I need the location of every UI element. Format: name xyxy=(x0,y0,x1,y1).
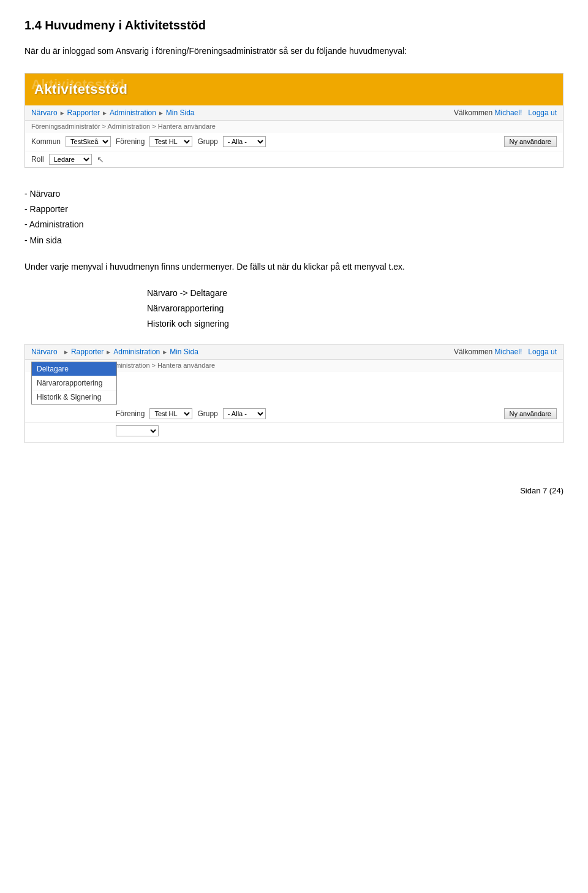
nav-breadcrumb-2: Närvaro Deltagare Närvarorapportering Hi… xyxy=(31,348,198,356)
nav2-item-minsida[interactable]: Min Sida xyxy=(170,348,198,356)
grupp-label: Grupp xyxy=(197,137,217,146)
nav-bar-2: Närvaro Deltagare Närvarorapportering Hi… xyxy=(25,344,563,360)
cursor-indicator: ↖ xyxy=(97,154,104,164)
submenu-item-3: Historik och signering xyxy=(147,316,564,332)
submenu-item-1: Närvaro -> Deltagare xyxy=(147,286,564,301)
footer-text: Sidan 7 (24) xyxy=(520,486,564,495)
grupp-label-2: Grupp xyxy=(197,409,217,418)
nav-item-narvaro[interactable]: Närvaro xyxy=(31,108,58,117)
role-select[interactable]: Ledare xyxy=(49,154,92,165)
menu-item-narvaro: - Närvaro xyxy=(24,186,564,202)
sub-breadcrumb-1: Föreningsadministratör > Administration … xyxy=(25,121,563,132)
filter-row-right-2: Ny användare xyxy=(504,408,557,419)
app-header-ghost: Aktivitetsstöd xyxy=(31,77,124,93)
screenshot-2: Närvaro Deltagare Närvarorapportering Hi… xyxy=(24,344,564,443)
role-label: Roll xyxy=(31,155,44,164)
welcome-text: Välkommen xyxy=(454,108,492,117)
logout-link[interactable]: Logga ut xyxy=(528,108,557,117)
nav-item-minsida[interactable]: Min Sida xyxy=(166,108,195,117)
nav-bar-1: Närvaro ► Rapporter ► Administration ► M… xyxy=(25,105,563,121)
nav2-item-narvaro[interactable]: Närvaro xyxy=(31,348,58,356)
kommun-select[interactable]: TestSkeå xyxy=(66,136,111,147)
nav-welcome-2: Välkommen Michael! Logga ut xyxy=(454,348,557,356)
nav-breadcrumb-1: Närvaro ► Rapporter ► Administration ► M… xyxy=(31,108,195,117)
nav2-arrow-1: ► xyxy=(63,349,69,355)
nav-item-rapporter[interactable]: Rapporter xyxy=(67,108,100,117)
menu-item-rapporter: - Rapporter xyxy=(24,202,564,217)
forening-label: Förening xyxy=(116,137,145,146)
new-user-button-1[interactable]: Ny användare xyxy=(504,136,557,147)
narvaro-dropdown: Deltagare Närvarorapportering Historik &… xyxy=(31,362,117,405)
page-title: 1.4 Huvudmeny i Aktivitetsstöd xyxy=(24,18,564,32)
nav2-item-rapporter[interactable]: Rapporter xyxy=(71,348,104,356)
page-footer: Sidan 7 (24) xyxy=(0,480,588,507)
role-row-1: Roll Ledare ↖ xyxy=(25,151,563,167)
nav2-arrow-3: ► xyxy=(162,349,168,355)
welcome-text-2: Välkommen xyxy=(454,348,492,356)
dd-item-narvarorapportering[interactable]: Närvarorapportering xyxy=(32,376,116,390)
screenshot-1: Aktivitetsstöd Aktivitetsstöd Närvaro ► … xyxy=(24,73,564,168)
nav-arrow-1: ► xyxy=(59,110,66,116)
role-row-2 xyxy=(25,423,563,443)
nav-arrow-3: ► xyxy=(158,110,164,116)
nav2-arrow-2: ► xyxy=(105,349,111,355)
filter-row-1: Kommun TestSkeå Förening Test HL Grupp -… xyxy=(25,132,563,151)
welcome-user[interactable]: Michael! xyxy=(495,108,522,117)
kommun-label: Kommun xyxy=(31,137,61,146)
menu-list: - Närvaro - Rapporter - Administration -… xyxy=(24,186,564,248)
grupp-select[interactable]: - Alla - xyxy=(223,136,266,147)
dd-item-historik[interactable]: Historik & Signering xyxy=(32,390,116,404)
forening-select-2[interactable]: Test HL xyxy=(149,408,192,419)
submenu-item-2: Närvarorapportering xyxy=(147,301,564,316)
role-select-2[interactable] xyxy=(116,425,159,436)
welcome-user-2[interactable]: Michael! xyxy=(495,348,522,356)
forening-label-2: Förening xyxy=(116,409,145,418)
nav-arrow-2: ► xyxy=(102,110,108,116)
menu-item-administration: - Administration xyxy=(24,217,564,232)
app-header: Aktivitetsstöd Aktivitetsstöd xyxy=(25,74,563,105)
nav-item-administration[interactable]: Administration xyxy=(110,108,156,117)
dd-item-deltagare[interactable]: Deltagare xyxy=(32,362,116,376)
menu-item-minsida: - Min sida xyxy=(24,233,564,248)
intro-text: När du är inloggad som Ansvarig i föreni… xyxy=(24,45,564,58)
forening-select[interactable]: Test HL xyxy=(149,136,192,147)
logout-link-2[interactable]: Logga ut xyxy=(528,348,557,356)
nav-welcome-1: Välkommen Michael! Logga ut xyxy=(454,108,557,117)
nav2-item-administration[interactable]: Administration xyxy=(113,348,160,356)
new-user-button-2[interactable]: Ny användare xyxy=(504,408,557,419)
grupp-select-2[interactable]: - Alla - xyxy=(223,408,266,419)
filter-row-right: Ny användare xyxy=(504,136,557,147)
submenu-example: Närvaro -> Deltagare Närvarorapportering… xyxy=(147,286,564,332)
under-text: Under varje menyval i huvudmenyn finns u… xyxy=(24,260,564,273)
